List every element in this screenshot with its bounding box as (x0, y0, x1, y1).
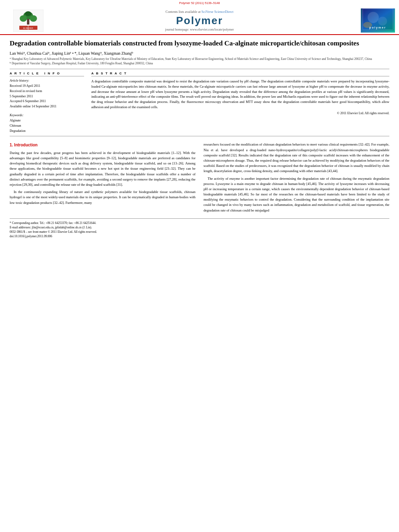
journal-name: Polymer (52, 14, 347, 27)
svg-point-10 (368, 12, 379, 23)
polymer-thumbnail-area: polymer (347, 8, 395, 33)
sciverse-link[interactable]: SciVerse ScienceDirect (202, 10, 234, 14)
body-col-right: researchers focused on the modification … (204, 142, 389, 215)
polymer-cover-image: polymer (361, 8, 395, 33)
affiliation-b: ᵇ Department of Vascular Surgery, Zhongs… (10, 62, 389, 66)
abstract-header: A B S T R A C T (91, 72, 389, 76)
sciverse-text: Contents lists available at SciVerse Sci… (52, 10, 347, 14)
abstract-col: A B S T R A C T A degradation controllab… (91, 72, 389, 134)
svg-rect-4 (27, 19, 29, 25)
svg-point-5 (25, 11, 31, 16)
journal-header: ELSEVIER Contents lists available at Sci… (0, 6, 399, 35)
svg-text:polymer: polymer (369, 26, 386, 29)
abstract-copyright: © 2011 Elsevier Ltd. All rights reserved… (91, 111, 389, 115)
affiliations: ᵃ Shanghai Key Laboratory of Advanced Po… (10, 57, 389, 66)
svg-point-2 (20, 15, 27, 22)
svg-point-3 (30, 15, 37, 22)
keywords-section: Keywords: Alginate Chitosan Degradation (10, 113, 84, 134)
article-info-header: A R T I C L E I N F O (10, 72, 84, 76)
body-col-left: 1. Introduction During the past few deca… (10, 142, 195, 215)
right-paragraph-2: The activity of enzyme is another import… (204, 176, 389, 213)
divider-2 (10, 136, 389, 136)
journal-header-center: Contents lists available at SciVerse Sci… (52, 10, 347, 31)
history-label: Article history: (10, 79, 84, 82)
received-revised-label: Received in revised form (10, 89, 84, 94)
footnote-area: * Corresponding author. Tel.: +86 21 642… (10, 218, 389, 239)
footnote-doi: doi:10.1016/j.polymer.2011.09.006 (10, 234, 389, 238)
authors-line: Lan Weiᵃ, Chunhua Caiᵃ, Jiaping Linᵃ • *… (10, 51, 389, 55)
intro-section-title: 1. Introduction (10, 142, 195, 148)
article-dates: Received 19 April 2011 Received in revis… (10, 84, 84, 109)
keyword-degradation: Degradation (10, 129, 84, 134)
authors-text: Lan Weiᵃ, Chunhua Caiᵃ, Jiaping Linᵃ • *… (10, 51, 133, 55)
intro-paragraph-2: In the continuously expanding library of… (10, 189, 195, 205)
available-date: Available online 14 September 2011 (10, 104, 84, 109)
svg-text:ELSEVIER: ELSEVIER (23, 27, 33, 29)
elsevier-logo-area: ELSEVIER (4, 10, 52, 32)
body-section: 1. Introduction During the past few deca… (10, 142, 389, 215)
cover-art-icon: polymer (362, 8, 394, 31)
elsevier-tree-icon: ELSEVIER (13, 10, 43, 32)
intro-paragraph-1: During the past few decades, great progr… (10, 150, 195, 187)
article-info-col: A R T I C L E I N F O Article history: R… (10, 72, 84, 134)
divider-1 (10, 69, 389, 69)
article-title: Degradation controllable biomaterials co… (10, 39, 389, 48)
received-date: Received 19 April 2011 (10, 84, 84, 89)
keywords-label: Keywords: (10, 113, 84, 117)
affiliation-a: ᵃ Shanghai Key Laboratory of Advanced Po… (10, 57, 389, 62)
svg-point-11 (378, 16, 387, 25)
abstract-text: A degradation controllable composite mat… (91, 79, 389, 110)
footnote-corresponding: * Corresponding author. Tel.: +86 21 642… (10, 221, 389, 225)
volume-info: Polymer 52 (2011) 5139–5148 (179, 1, 220, 5)
volume-bar: Polymer 52 (2011) 5139–5148 (0, 0, 399, 6)
keyword-alginate: Alginate (10, 118, 84, 123)
journal-homepage: journal homepage: www.elsevier.com/locat… (52, 28, 347, 31)
keyword-chitosan: Chitosan (10, 123, 84, 129)
keywords-list: Alginate Chitosan Degradation (10, 118, 84, 134)
body-two-col: 1. Introduction During the past few deca… (10, 142, 389, 215)
info-abstract-section: A R T I C L E I N F O Article history: R… (10, 72, 389, 134)
footnote-email: E-mail addresses: jlin@ecust.edu.cn, jpl… (10, 225, 389, 230)
main-content: Degradation controllable biomaterials co… (0, 35, 399, 243)
revised-date: 5 September 2011 (10, 94, 84, 99)
right-paragraph-1: researchers focused on the modification … (204, 142, 389, 174)
footnote-issn: 0032-3861/$ – see front matter © 2011 El… (10, 230, 389, 234)
accepted-date: Accepted 6 September 2011 (10, 99, 84, 104)
